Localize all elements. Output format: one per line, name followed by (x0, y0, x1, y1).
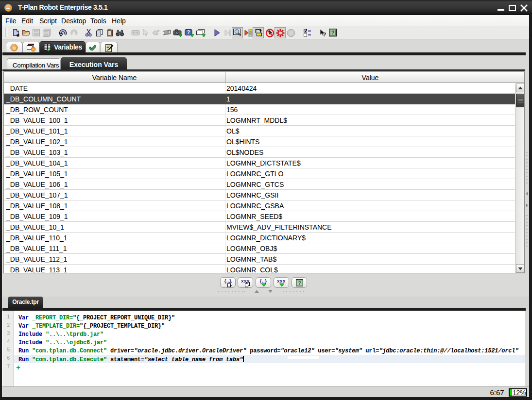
svg-text:?: ? (298, 281, 301, 286)
svg-text:?: ? (331, 30, 335, 35)
svg-text:?: ? (187, 30, 190, 35)
svg-text:?: ? (323, 32, 326, 37)
